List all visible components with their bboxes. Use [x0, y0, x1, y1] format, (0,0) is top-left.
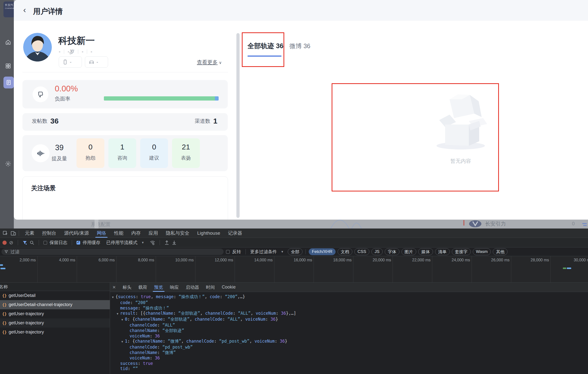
- gridline: [550, 256, 551, 282]
- detail-tab-响应[interactable]: 响应: [167, 283, 182, 292]
- filter-chip-Wasm[interactable]: Wasm: [473, 248, 491, 255]
- preserve-log-checkbox[interactable]: [43, 241, 47, 245]
- export-har-icon[interactable]: [172, 240, 177, 245]
- separator: [18, 240, 18, 245]
- modal-scrollbar[interactable]: [236, 33, 240, 218]
- search-icon[interactable]: [30, 240, 34, 245]
- detail-tab-启动器[interactable]: 启动器: [182, 283, 203, 292]
- json-p: ,: [200, 311, 205, 316]
- stat-value: 21: [172, 143, 200, 151]
- waterfall-dash: [567, 268, 571, 269]
- filter-chip-字体[interactable]: 字体: [385, 248, 399, 255]
- view-more-link[interactable]: 查看更多∨: [197, 59, 222, 66]
- brand-name: 长安引力: [485, 220, 506, 227]
- devtools-tab-隐私与安全[interactable]: 隐私与安全: [162, 229, 193, 238]
- close-icon[interactable]: ×: [113, 284, 116, 291]
- sidebar-item-selected[interactable]: [3, 77, 14, 88]
- devtools-tab-记录器[interactable]: 记录器: [224, 229, 246, 238]
- modal-header: ‹ 用户详情: [14, 0, 588, 21]
- gridline: [77, 256, 77, 282]
- apps-grid-icon[interactable]: [5, 63, 11, 69]
- filter-chip-JS[interactable]: JS: [371, 248, 383, 255]
- json-k: channelName: [135, 339, 163, 344]
- filter-chip-清单[interactable]: 清单: [435, 248, 450, 255]
- json-p: :: [220, 294, 225, 299]
- json-p: {: [115, 294, 118, 299]
- json-s: “”: [133, 366, 138, 371]
- json-p: :: [138, 361, 143, 366]
- clear-button[interactable]: ⊘: [9, 240, 13, 246]
- more-filters[interactable]: 更多过滤条件: [250, 249, 277, 255]
- json-p: :: [130, 300, 135, 305]
- record-button[interactable]: [2, 241, 7, 245]
- request-row[interactable]: {}getUser-trajectory: [0, 318, 110, 328]
- device-toolbar-icon[interactable]: [10, 230, 16, 236]
- json-p: :: [266, 317, 270, 322]
- detail-tab-时间[interactable]: 时间: [203, 283, 218, 292]
- waterfall-dash: [0, 268, 5, 269]
- devtools-tab-应用[interactable]: 应用: [145, 229, 162, 238]
- json-s: “全部轨迹”: [168, 317, 190, 322]
- expand-arrow-icon[interactable]: ▼: [112, 295, 115, 300]
- detail-tab-标头[interactable]: 标头: [119, 283, 135, 292]
- filter-chip-套接字[interactable]: 套接字: [452, 248, 471, 255]
- filter-chip-其他[interactable]: 其他: [493, 248, 508, 255]
- request-row[interactable]: {}getUser-trajectory: [0, 309, 110, 318]
- throttling-select[interactable]: 已停用节流模式: [106, 240, 137, 246]
- filter-chip-文档[interactable]: 文档: [338, 248, 352, 255]
- request-row[interactable]: {}getUserDetail: [0, 291, 110, 300]
- back-button[interactable]: ‹: [23, 5, 26, 15]
- timeline-tick: 28,000 ms: [531, 258, 549, 262]
- json-k: channelName: [130, 328, 157, 333]
- json-k: tid: [120, 366, 128, 371]
- filter-chip-CSS[interactable]: CSS: [354, 248, 369, 255]
- filter-input[interactable]: [10, 249, 221, 255]
- json-preview-tree: ▼{success: true, message: “操作成功！”, code:…: [110, 292, 588, 372]
- import-har-icon[interactable]: [164, 240, 169, 245]
- devtools-tab-元素[interactable]: 元素: [21, 229, 38, 238]
- filter-funnel-icon[interactable]: [22, 240, 27, 245]
- devtools-tab-网络[interactable]: 网络: [93, 229, 110, 238]
- detail-tab-载荷[interactable]: 载荷: [135, 283, 151, 292]
- thumbs-down-icon: [37, 90, 44, 98]
- gear-icon[interactable]: [5, 161, 11, 167]
- json-line: channelName: “微博”: [110, 350, 588, 355]
- json-p: :: [173, 294, 178, 299]
- changan-logo[interactable]: 长安汽 CHANGAN: [3, 1, 15, 17]
- filter-input-pill[interactable]: [1, 249, 224, 255]
- request-row[interactable]: {}getUser-trajectory: [0, 328, 110, 337]
- invert-checkbox[interactable]: [226, 250, 230, 254]
- network-conditions-icon[interactable]: [150, 240, 155, 245]
- request-row[interactable]: {}getUserDetail-channel-trajectory: [0, 300, 110, 309]
- home-icon[interactable]: [5, 39, 11, 45]
- network-overview-timeline[interactable]: 2,000 ms4,000 ms6,000 ms8,000 ms10,000 m…: [0, 256, 588, 283]
- filter-chip-媒体[interactable]: 媒体: [418, 248, 433, 255]
- json-k: message: [156, 294, 174, 299]
- page-title: 用户详情: [33, 6, 63, 17]
- filter-chip-Fetch/XHR[interactable]: Fetch/XHR: [309, 248, 336, 255]
- devtools-tab-性能[interactable]: 性能: [110, 229, 127, 238]
- detail-tab-预览[interactable]: 预览: [151, 283, 167, 292]
- json-k: success: [120, 361, 138, 366]
- filter-chip-图片[interactable]: 图片: [401, 248, 416, 255]
- stat-value: 0: [76, 143, 104, 151]
- disable-cache-checkbox[interactable]: [76, 241, 80, 245]
- request-list-header[interactable]: 名称: [0, 283, 110, 291]
- devtools-tab-内存[interactable]: 内存: [127, 229, 145, 238]
- request-name: getUserDetail: [9, 293, 36, 298]
- gridline: [156, 256, 156, 282]
- json-line: voiceNum: 36: [110, 333, 588, 339]
- json-p: :: [150, 333, 155, 338]
- inspect-element-icon[interactable]: [2, 230, 8, 236]
- expand-arrow-icon[interactable]: ▼: [121, 339, 125, 345]
- detail-tab-Cookie[interactable]: Cookie: [218, 283, 239, 292]
- devtools-tab-Lighthouse[interactable]: Lighthouse: [193, 229, 224, 238]
- devtools-tab-控制台[interactable]: 控制台: [38, 229, 60, 238]
- devtools-tab-源代码/来源[interactable]: 源代码/来源: [60, 229, 93, 238]
- tab-weibo[interactable]: 微博 36: [289, 42, 310, 50]
- filter-chip-全部[interactable]: 全部: [288, 248, 303, 255]
- expand-arrow-icon[interactable]: ▼: [117, 311, 120, 317]
- json-line: channelCode: “pd_post_wb”: [110, 345, 588, 350]
- json-k: 0: [125, 317, 127, 322]
- expand-arrow-icon[interactable]: ▼: [121, 317, 125, 323]
